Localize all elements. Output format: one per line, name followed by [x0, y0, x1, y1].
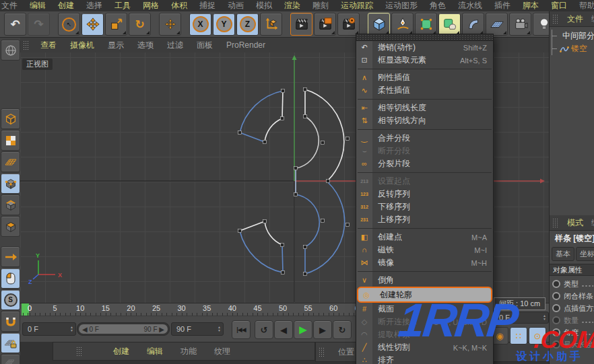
material-menu-item[interactable]: 纹理 [205, 346, 239, 357]
object-manager-menu-item[interactable]: 编辑 [587, 13, 594, 25]
workplane-transform-button[interactable] [1, 354, 20, 364]
context-menu-item[interactable]: 123 反转序列 [356, 188, 493, 201]
previous-frame-button[interactable]: ◀ [274, 320, 293, 339]
viewport-menu-item[interactable]: 选项 [131, 40, 160, 51]
world-grid-button[interactable] [1, 40, 20, 61]
lock-y-axis-button[interactable]: Y [213, 13, 235, 36]
viewport-menu-item[interactable]: 查看 [34, 40, 63, 51]
object-row[interactable]: 中间部分 [550, 30, 594, 42]
coordinate-system-button[interactable] [260, 13, 282, 36]
menubar-item[interactable]: 动画 [222, 0, 250, 11]
context-menu-item[interactable]: ∞ 分裂片段 [356, 157, 493, 170]
context-menu-item[interactable]: ∿ 柔性插值 [356, 84, 493, 97]
material-menu-item[interactable]: 编辑 [138, 346, 172, 357]
add-spline-button[interactable] [391, 13, 414, 36]
context-menu-item[interactable]: ⇅ 相等切线方向 [356, 114, 493, 127]
add-subdivision-surface-button[interactable] [415, 13, 437, 36]
menubar-item[interactable]: 插件 [488, 0, 517, 11]
panel-grip[interactable] [76, 347, 83, 356]
menubar-item[interactable]: 窗口 [545, 0, 573, 11]
menubar-item[interactable]: 雕刻 [306, 0, 335, 11]
snap-settings-button[interactable]: S [1, 289, 20, 310]
viewport-menu-item[interactable]: 显示 [101, 40, 131, 51]
menubar-item[interactable]: 编辑 [24, 0, 52, 11]
quantize-lock-button[interactable] [1, 332, 20, 353]
menubar-item[interactable]: 文件 [0, 0, 24, 11]
menubar-item[interactable]: 流水线 [452, 0, 488, 11]
context-menu-item[interactable]: ∩ 磁铁 M~I [356, 244, 493, 256]
attribute-property-row[interactable]: 闭合样条 [550, 290, 594, 302]
texture-mode-button[interactable] [1, 130, 20, 151]
keyframe-circle-icon[interactable] [552, 304, 560, 312]
menubar-item[interactable]: 模拟 [250, 0, 278, 11]
edge-mode-button[interactable] [1, 194, 20, 215]
viewport-menu-item[interactable]: 过滤 [160, 40, 190, 51]
start-frame-field[interactable]: 0 F ▲▼ [22, 322, 76, 336]
context-menu-item[interactable]: ⊡ 框显选取元素 Alt+S, S [356, 54, 493, 67]
menubar-item[interactable]: 渲染 [278, 0, 306, 11]
attribute-manager-menu-item[interactable]: 模式 [563, 217, 587, 229]
menubar-item[interactable]: 运动图形 [379, 0, 424, 11]
context-menu-item[interactable]: 231 上移序列 [356, 213, 493, 226]
modeling-objects-button[interactable] [438, 13, 461, 36]
add-deformer-button[interactable] [462, 13, 484, 36]
menu-tear-strip[interactable] [356, 34, 493, 41]
point-mode-button[interactable] [1, 173, 20, 194]
object-row[interactable]: 镂空 [550, 42, 594, 55]
rotate-tool-button[interactable]: ↻ [129, 13, 151, 36]
add-floor-button[interactable] [486, 13, 508, 36]
context-menu-item[interactable]: ∴ 排齐 [356, 354, 493, 364]
context-menu-item[interactable]: ⇤ 相等切线长度 [356, 102, 493, 114]
menubar-item[interactable]: 体积 [165, 0, 193, 11]
previous-key-button[interactable]: ↺ [255, 320, 273, 339]
attribute-property-row[interactable]: 类型 [550, 278, 594, 290]
workplane-mode-button[interactable] [1, 151, 20, 172]
attribute-tab[interactable]: 坐标 [576, 247, 594, 261]
context-menu-item[interactable]: ∧ 刚性插值 [356, 71, 493, 84]
context-menu-item[interactable]: ∨ 倒角 [356, 274, 493, 287]
panel-grip[interactable] [552, 14, 559, 24]
viewport-menu-item[interactable]: 摄像机 [63, 40, 101, 51]
spline-points[interactable] [238, 88, 350, 276]
attribute-section-header[interactable]: 对象属性 [550, 264, 594, 276]
render-view-button[interactable] [290, 13, 312, 36]
context-menu-item[interactable]: ⌣ 断开分段 [356, 145, 493, 157]
object-manager-menu-item[interactable]: 文件 [563, 13, 587, 25]
attribute-tab[interactable]: 基本 [552, 247, 574, 261]
undo-button[interactable]: ↶ [4, 13, 26, 36]
viewport-menu-item[interactable]: 面板 [190, 40, 220, 51]
scale-tool-button[interactable] [105, 13, 127, 36]
stepper-icon[interactable]: ▲▼ [218, 326, 221, 332]
context-menu-item[interactable]: 312 下移序列 [356, 201, 493, 213]
menubar-item[interactable]: 网格 [137, 0, 165, 11]
next-frame-button[interactable]: ▶ [313, 320, 332, 339]
attribute-property-row[interactable]: 点插值方式 [550, 302, 594, 314]
menubar-item[interactable]: 捕捉 [193, 0, 222, 11]
panel-grip[interactable] [23, 40, 30, 50]
attribute-property-row[interactable]: 数量 [550, 314, 594, 326]
frame-range-thumb[interactable]: ◀ 0 F 90 F ▶ [79, 324, 168, 334]
material-menu-item[interactable]: 功能 [172, 346, 205, 357]
keyframe-circle-icon[interactable] [552, 280, 560, 288]
enable-snap-button[interactable] [1, 311, 20, 332]
context-menu-item[interactable]: ↶ 撤销(动作) Shift+Z [356, 41, 493, 54]
render-region-button[interactable] [314, 13, 336, 36]
redo-button[interactable]: ↷ [28, 13, 50, 36]
end-frame-field[interactable]: 90 F ▲▼ [171, 322, 224, 336]
keyframe-circle-icon[interactable] [552, 292, 560, 300]
context-menu-item[interactable]: ⋈ 镜像 M~H [356, 256, 493, 269]
frame-range-slider[interactable]: ◀ 0 F 90 F ▶ [77, 322, 170, 336]
lock-z-axis-button[interactable]: Z [236, 13, 259, 36]
keyframe-circle-icon[interactable] [552, 316, 560, 324]
make-editable-button[interactable] [1, 108, 20, 129]
next-key-button[interactable]: ↻ [333, 320, 352, 339]
enable-axis-button[interactable] [1, 246, 20, 267]
add-camera-button[interactable] [509, 13, 531, 36]
panel-grip[interactable] [319, 347, 325, 357]
attribute-manager-menu-item[interactable]: 编辑 [587, 217, 594, 229]
stepper-icon[interactable]: ▲▼ [70, 326, 73, 332]
menubar-item[interactable]: 脚本 [517, 0, 545, 11]
stepper-icon[interactable]: ▲▼ [543, 314, 546, 321]
viewport-solo-button[interactable] [1, 268, 20, 289]
panel-grip[interactable] [552, 218, 559, 227]
